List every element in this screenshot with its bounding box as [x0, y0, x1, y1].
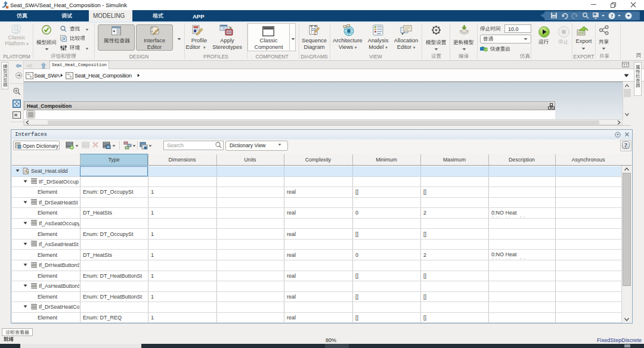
svg-text:?: ? [611, 13, 614, 19]
svg-text:?: ? [624, 142, 627, 148]
